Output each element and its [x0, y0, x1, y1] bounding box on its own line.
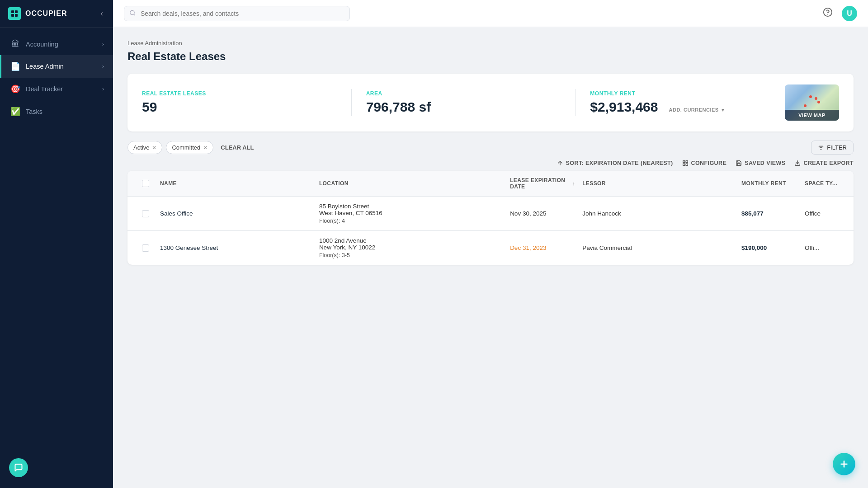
leases-value: 59 — [142, 99, 337, 115]
rent-value: $2,913,468 — [590, 99, 658, 115]
sort-asc-icon: ↑ — [572, 181, 575, 186]
chevron-down-icon: ▾ — [722, 107, 725, 113]
lease-space-type: Office — [801, 204, 846, 223]
svg-rect-14 — [686, 164, 688, 165]
active-filter-chip[interactable]: Active ✕ — [127, 141, 162, 154]
sidebar: OCCUPIER ‹ 🏛 Accounting › 📄 Lease Admin … — [0, 0, 113, 488]
svg-rect-12 — [683, 161, 684, 163]
sidebar-item-label: Deal Tracker — [26, 85, 97, 93]
lease-name: Sales Office — [156, 204, 316, 223]
svg-rect-1 — [15, 10, 18, 13]
sort-icon — [557, 160, 563, 166]
lease-lessor: Pavia Commercial — [579, 238, 738, 258]
leases-label: Real Estate Leases — [142, 90, 337, 97]
select-all-header[interactable] — [135, 171, 156, 196]
create-export-label: CREATE EXPORT — [803, 160, 854, 166]
committed-filter-remove-icon[interactable]: ✕ — [203, 145, 208, 151]
lease-exp-date: Nov 30, 2025 — [506, 204, 579, 223]
add-currencies-button[interactable]: ADD. CURRENCIES ▾ — [669, 107, 725, 113]
map-location-dot — [817, 101, 820, 103]
help-button[interactable] — [821, 5, 835, 21]
sidebar-item-tasks[interactable]: ✅ Tasks — [0, 100, 113, 123]
main-content-area: U Lease Administration Real Estate Lease… — [113, 0, 868, 488]
saved-views-label: SAVED VIEWS — [745, 160, 785, 166]
configure-icon — [682, 160, 689, 166]
location-floor: Floor(s): 3-5 — [319, 252, 503, 258]
saved-views-button[interactable]: SAVED VIEWS — [736, 160, 785, 166]
table-header: Name Location Lease Expiration Date ↑ Le… — [127, 171, 854, 197]
col-header-rent: Monthly Rent — [738, 171, 801, 196]
row-checkbox-cell — [135, 204, 156, 224]
filter-icon — [818, 145, 824, 151]
sidebar-item-label: Lease Admin — [26, 63, 97, 70]
filter-button[interactable]: FILTER — [811, 141, 854, 155]
create-export-button[interactable]: CREATE EXPORT — [794, 160, 854, 166]
row-checkbox-cell — [135, 238, 156, 258]
col-header-name: Name — [156, 171, 316, 196]
sidebar-item-lease-admin[interactable]: 📄 Lease Admin › — [0, 55, 113, 78]
page-content: Lease Administration Real Estate Leases … — [113, 27, 868, 488]
view-map-button[interactable]: VIEW MAP — [785, 84, 839, 121]
page-title: Real Estate Leases — [127, 50, 854, 63]
deal-tracker-icon: 🎯 — [10, 84, 20, 94]
export-icon — [794, 160, 801, 166]
sidebar-navigation: 🏛 Accounting › 📄 Lease Admin › 🎯 Deal Tr… — [0, 28, 113, 488]
svg-rect-13 — [686, 161, 688, 163]
select-all-checkbox[interactable] — [142, 180, 149, 187]
chevron-down-icon: › — [102, 41, 104, 47]
user-avatar[interactable]: U — [842, 6, 857, 21]
breadcrumb: Lease Administration — [127, 40, 854, 47]
sidebar-item-accounting[interactable]: 🏛 Accounting › — [0, 33, 113, 55]
tasks-icon: ✅ — [10, 107, 20, 117]
configure-button[interactable]: CONFIGURE — [682, 160, 727, 166]
topbar-actions: U — [821, 5, 857, 21]
configure-label: CONFIGURE — [691, 160, 727, 166]
col-header-exp-date[interactable]: Lease Expiration Date ↑ — [506, 171, 579, 196]
logo-icon — [8, 7, 21, 20]
svg-rect-2 — [11, 14, 14, 17]
location-address-line2: West Haven, CT 06516 — [319, 210, 503, 216]
lease-row-sales-office[interactable]: Sales Office 85 Boylston Street West Hav… — [127, 197, 854, 230]
saved-views-icon — [736, 160, 742, 166]
sidebar-collapse-button[interactable]: ‹ — [99, 8, 105, 19]
sidebar-item-deal-tracker[interactable]: 🎯 Deal Tracker › — [0, 78, 113, 100]
view-map-label: VIEW MAP — [785, 110, 839, 121]
svg-rect-3 — [15, 14, 18, 17]
sidebar-header: OCCUPIER ‹ — [0, 0, 113, 28]
add-fab-button[interactable] — [833, 453, 855, 475]
accounting-icon: 🏛 — [10, 39, 20, 49]
lease-rent: $190,000 — [738, 238, 801, 258]
committed-filter-label: Committed — [172, 144, 200, 151]
logo-text: OCCUPIER — [25, 9, 67, 18]
svg-rect-0 — [11, 10, 14, 13]
committed-filter-chip[interactable]: Committed ✕ — [166, 141, 213, 154]
lease-location: 85 Boylston Street West Haven, CT 06516 … — [316, 197, 506, 230]
active-filter-remove-icon[interactable]: ✕ — [152, 145, 156, 151]
stat-area: Area 796,788 sf — [366, 90, 561, 115]
table-row: Sales Office 85 Boylston Street West Hav… — [127, 197, 854, 231]
location-address-line1: 85 Boylston Street — [319, 203, 503, 210]
col-header-location: Location — [316, 171, 506, 196]
stat-rent: Monthly Rent $2,913,468 ADD. CURRENCIES … — [590, 90, 785, 115]
stats-card: Real Estate Leases 59 Area 796,788 sf Mo… — [127, 74, 854, 131]
row-checkbox[interactable] — [142, 210, 149, 217]
rent-label: Monthly Rent — [590, 90, 785, 97]
lease-row-genesee[interactable]: 1300 Genesee Street 1000 2nd Avenue New … — [127, 231, 854, 265]
row-checkbox[interactable] — [142, 244, 149, 252]
location-floor: Floor(s): 4 — [319, 218, 503, 224]
stat-leases: Real Estate Leases 59 — [142, 90, 337, 115]
map-location-dot — [815, 97, 817, 100]
chat-button[interactable] — [9, 458, 28, 477]
add-currencies-label: ADD. CURRENCIES — [669, 107, 719, 113]
col-header-space-type: Space Ty... — [801, 171, 846, 196]
sort-button[interactable]: SORT: EXPIRATION DATE (NEAREST) — [557, 160, 673, 166]
chevron-down-icon: › — [102, 63, 104, 70]
chevron-down-icon: › — [102, 86, 104, 92]
lease-admin-icon: 📄 — [10, 61, 20, 71]
sidebar-item-label: Tasks — [26, 108, 104, 115]
clear-all-button[interactable]: CLEAR ALL — [217, 141, 257, 154]
lease-name: 1300 Genesee Street — [156, 238, 316, 258]
map-location-dot — [804, 104, 807, 107]
stat-divider-2 — [575, 89, 576, 116]
search-input[interactable] — [124, 6, 350, 21]
